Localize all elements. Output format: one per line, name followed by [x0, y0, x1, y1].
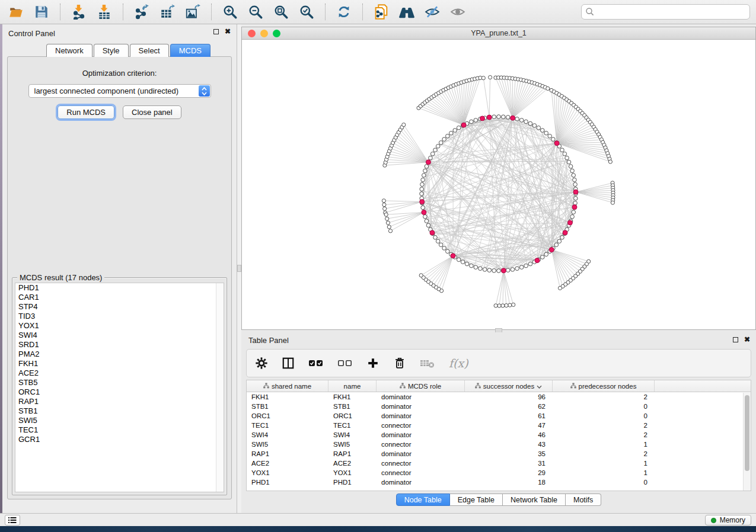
table-row[interactable]: SWI5SWI5connector431	[247, 440, 751, 449]
table-settings-gear-icon[interactable]	[255, 357, 268, 370]
table-row[interactable]: YOX1YOX1connector291	[247, 468, 751, 477]
tab-edge-table[interactable]: Edge Table	[450, 493, 503, 506]
table-cell[interactable]: 1	[553, 440, 655, 449]
column-header-mcds-role[interactable]: MCDS role	[377, 380, 465, 392]
table-cell[interactable]: 47	[465, 421, 553, 430]
table-row[interactable]: RAP1RAP1dominator352	[247, 449, 751, 459]
window-maximize-icon[interactable]	[273, 30, 280, 37]
table-cell[interactable]: ACE2	[328, 459, 377, 468]
table-row[interactable]: FKH1FKH1dominator962	[247, 392, 751, 402]
table-cell[interactable]: YOX1	[247, 468, 328, 477]
table-cell[interactable]: 2	[553, 392, 655, 402]
table-row[interactable]: TEC1TEC1connector472	[247, 421, 751, 430]
zoom-selected-icon[interactable]	[296, 3, 317, 21]
table-cell[interactable]: dominator	[377, 402, 465, 411]
table-cell[interactable]: 18	[465, 477, 553, 487]
console-button[interactable]	[5, 515, 20, 525]
zoom-in-icon[interactable]	[220, 3, 240, 21]
mcds-result-item[interactable]: SWI4	[15, 331, 224, 340]
column-header-successor-nodes[interactable]: successor nodes	[465, 380, 553, 392]
run-mcds-button[interactable]: Run MCDS	[58, 105, 114, 119]
table-cell[interactable]: SWI4	[247, 430, 328, 440]
table-row[interactable]: ORC1ORC1dominator610	[247, 411, 751, 421]
mcds-result-item[interactable]: STB5	[15, 378, 224, 387]
column-header-shared-name[interactable]: shared name	[247, 380, 328, 392]
table-cell[interactable]: 61	[465, 411, 553, 421]
network-canvas[interactable]	[242, 40, 755, 329]
column-header-name[interactable]: name	[328, 380, 377, 392]
table-cell[interactable]: RAP1	[328, 449, 377, 459]
table-cell[interactable]: SWI4	[328, 430, 377, 440]
float-table-panel-icon[interactable]	[733, 337, 738, 342]
tab-network-table[interactable]: Network Table	[503, 493, 566, 506]
mcds-result-item[interactable]: CAR1	[15, 293, 224, 302]
tab-mcds[interactable]: MCDS	[170, 44, 210, 57]
mcds-result-item[interactable]: FKH1	[15, 359, 224, 368]
table-scrollbar[interactable]	[743, 393, 751, 491]
table-cell[interactable]: TEC1	[247, 421, 328, 430]
mcds-result-item[interactable]: RAP1	[15, 397, 224, 406]
import-table-icon[interactable]	[94, 3, 114, 21]
table-cell[interactable]: TEC1	[328, 421, 377, 430]
mcds-result-list[interactable]: PHD1CAR1STP4TID3YOX1SWI4SRD1PMA2FKH1ACE2…	[15, 283, 224, 492]
network-graph[interactable]	[242, 40, 755, 329]
mcds-result-item[interactable]: SWI5	[15, 416, 224, 425]
table-cell[interactable]: dominator	[377, 449, 465, 459]
mcds-result-item[interactable]: SRD1	[15, 340, 224, 350]
table-row[interactable]: SWI4SWI4dominator462	[247, 430, 751, 440]
table-cell[interactable]: PHD1	[247, 477, 328, 487]
close-table-panel-icon[interactable]: ✖	[744, 337, 750, 342]
table-cell[interactable]: FKH1	[247, 392, 328, 402]
table-cell[interactable]: YOX1	[328, 468, 377, 477]
mcds-result-item[interactable]: PHD1	[15, 283, 224, 293]
table-cell[interactable]: ACE2	[247, 459, 328, 468]
show-all-icon[interactable]	[448, 3, 468, 21]
table-row[interactable]: PHD1PHD1dominator180	[247, 477, 751, 487]
table-cell[interactable]: RAP1	[247, 449, 328, 459]
tab-select[interactable]: Select	[130, 44, 169, 57]
tab-network[interactable]: Network	[46, 44, 92, 57]
hide-selected-icon[interactable]	[422, 3, 442, 21]
table-cell[interactable]: dominator	[377, 392, 465, 402]
save-session-icon[interactable]	[31, 3, 52, 21]
mcds-result-item[interactable]: ACE2	[15, 368, 224, 378]
table-cell[interactable]: STB1	[247, 402, 328, 411]
table-cell[interactable]: ORC1	[328, 411, 377, 421]
table-cell[interactable]: 96	[465, 392, 553, 402]
table-cell[interactable]: SWI5	[328, 440, 377, 449]
import-network-icon[interactable]	[69, 3, 89, 21]
table-cell[interactable]: 0	[553, 402, 655, 411]
table-cell[interactable]: 43	[465, 440, 553, 449]
splitter-grip[interactable]	[237, 265, 241, 272]
table-cell[interactable]: connector	[377, 468, 465, 477]
table-cell[interactable]: connector	[377, 421, 465, 430]
mcds-result-item[interactable]: TEC1	[15, 425, 224, 435]
table-cell[interactable]: 46	[465, 430, 553, 440]
table-cell[interactable]: PHD1	[328, 477, 377, 487]
zoom-fit-icon[interactable]	[271, 3, 291, 21]
table-cell[interactable]: STB1	[328, 402, 377, 411]
table-cell[interactable]: 1	[553, 468, 655, 477]
show-column-panel-icon[interactable]	[282, 357, 295, 370]
mcds-result-item[interactable]: ORC1	[15, 387, 224, 397]
mcds-result-item[interactable]: STP4	[15, 302, 224, 312]
mcds-result-item[interactable]: TID3	[15, 312, 224, 321]
memory-button[interactable]: Memory	[705, 515, 751, 525]
delete-column-trash-icon[interactable]	[393, 357, 406, 370]
export-network-icon[interactable]	[132, 3, 152, 21]
table-cell[interactable]: 0	[553, 411, 655, 421]
deselect-all-icon[interactable]	[337, 358, 353, 368]
table-row[interactable]: ACE2ACE2connector311	[247, 459, 751, 468]
table-cell[interactable]: connector	[377, 440, 465, 449]
tab-node-table[interactable]: Node Table	[396, 493, 450, 506]
table-cell[interactable]: 62	[465, 402, 553, 411]
refresh-icon[interactable]	[334, 3, 354, 21]
clone-network-icon[interactable]	[371, 3, 391, 21]
table-cell[interactable]: 35	[465, 449, 553, 459]
float-panel-icon[interactable]	[213, 29, 219, 34]
open-file-icon[interactable]	[6, 3, 26, 21]
select-all-icon[interactable]	[308, 358, 324, 368]
table-cell[interactable]: 31	[465, 459, 553, 468]
table-cell[interactable]: SWI5	[247, 440, 328, 449]
create-column-plus-icon[interactable]	[366, 357, 379, 370]
